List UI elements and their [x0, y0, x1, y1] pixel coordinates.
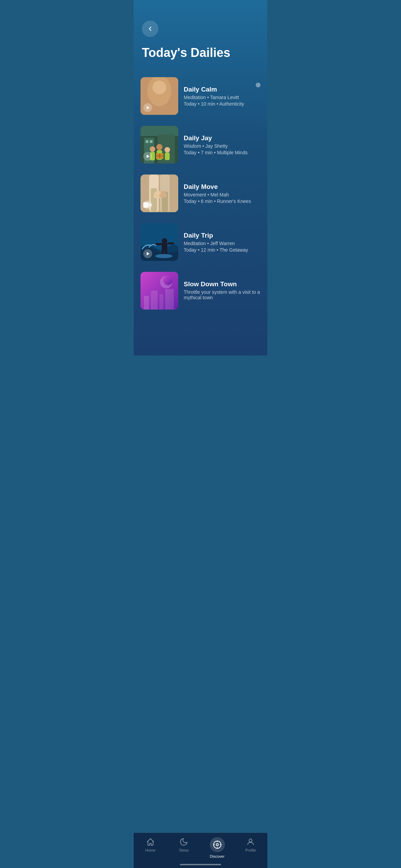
svg-rect-37 [143, 202, 149, 208]
card-info-calm: Daily Calm Meditation • Tamara Levitt To… [184, 86, 250, 107]
svg-marker-47 [147, 252, 149, 255]
svg-point-40 [162, 238, 167, 244]
svg-point-35 [160, 191, 163, 195]
card-info-trip: Daily Trip Meditation • Jeff Warren Toda… [184, 232, 260, 253]
thumb-daily-trip [141, 223, 178, 261]
card-title-calm: Daily Calm [184, 86, 250, 93]
cards-list: Daily Calm Meditation • Tamara Levitt To… [134, 70, 267, 321]
svg-rect-42 [156, 243, 162, 245]
card-info-move: Daily Move Movement • Mel Mah Today • 6 … [184, 183, 260, 204]
svg-rect-49 [144, 296, 149, 310]
thumb-daily-jay [141, 126, 178, 164]
back-button[interactable] [142, 21, 158, 37]
content-area: Today's Dailies [134, 0, 267, 355]
svg-rect-41 [162, 243, 167, 250]
svg-rect-50 [151, 291, 158, 310]
svg-point-36 [163, 191, 166, 195]
svg-point-15 [150, 146, 155, 152]
card-title-jay: Daily Jay [184, 134, 260, 142]
svg-marker-8 [147, 106, 149, 109]
play-triangle [146, 106, 150, 110]
thumb-slow-down-town [141, 272, 178, 310]
card-dot-calm [256, 83, 260, 87]
card-info-slow: Slow Down Town Throttle your system with… [184, 280, 260, 301]
card-info-jay: Daily Jay Wisdom • Jay Shetty Today • 7 … [184, 134, 260, 155]
card-subtitle-trip: Meditation • Jeff Warren [184, 241, 260, 246]
svg-rect-7 [167, 98, 171, 110]
svg-point-3 [152, 80, 167, 87]
video-triangle-move [143, 202, 152, 208]
slow-illustration [141, 272, 178, 310]
svg-point-5 [150, 98, 169, 113]
svg-marker-38 [149, 203, 152, 207]
svg-rect-52 [165, 289, 174, 310]
phone-screen: Today's Dailies [134, 0, 267, 355]
thumb-daily-move [141, 174, 178, 212]
play-icon-calm [143, 103, 152, 112]
svg-rect-13 [146, 140, 148, 143]
play-triangle-jay [146, 154, 150, 158]
card-slow-down-town[interactable]: Slow Down Town Throttle your system with… [141, 267, 260, 314]
play-icon-jay [143, 152, 152, 161]
card-daily-move[interactable]: Daily Move Movement • Mel Mah Today • 6 … [141, 170, 260, 217]
card-meta-trip: Today • 12 min • The Getaway [184, 247, 260, 253]
play-triangle-trip [146, 252, 150, 256]
thumb-daily-calm [141, 77, 178, 115]
card-meta-jay: Today • 7 min • Multiple Minds [184, 150, 260, 155]
svg-point-17 [156, 144, 162, 150]
svg-rect-51 [159, 294, 163, 310]
play-icon-trip [143, 249, 152, 258]
card-title-slow: Slow Down Town [184, 280, 260, 288]
card-subtitle-jay: Wisdom • Jay Shetty [184, 143, 260, 149]
svg-point-2 [152, 82, 167, 97]
card-daily-trip[interactable]: Daily Trip Meditation • Jeff Warren Toda… [141, 218, 260, 266]
svg-rect-14 [150, 140, 153, 143]
card-daily-calm[interactable]: Daily Calm Meditation • Tamara Levitt To… [141, 72, 260, 120]
card-subtitle-move: Movement • Mel Mah [184, 192, 260, 197]
back-icon [147, 25, 154, 32]
card-subtitle-slow: Throttle your system with a visit to a m… [184, 289, 260, 300]
header: Today's Dailies [134, 0, 267, 70]
svg-rect-20 [165, 153, 170, 160]
svg-point-54 [163, 276, 173, 285]
card-daily-jay[interactable]: Daily Jay Wisdom • Jay Shetty Today • 7 … [141, 121, 260, 168]
card-title-trip: Daily Trip [184, 232, 260, 239]
video-icon-move [143, 201, 152, 209]
card-meta-calm: Today • 10 min • Authenticity [184, 101, 250, 107]
svg-point-46 [155, 254, 172, 258]
svg-point-19 [165, 147, 170, 153]
card-title-move: Daily Move [184, 183, 260, 191]
svg-marker-24 [147, 155, 149, 158]
card-meta-move: Today • 6 min • Runner's Knees [184, 198, 260, 204]
card-subtitle-calm: Meditation • Tamara Levitt [184, 95, 250, 100]
page-title: Today's Dailies [142, 45, 259, 60]
svg-rect-43 [167, 242, 174, 244]
svg-point-4 [150, 82, 157, 93]
